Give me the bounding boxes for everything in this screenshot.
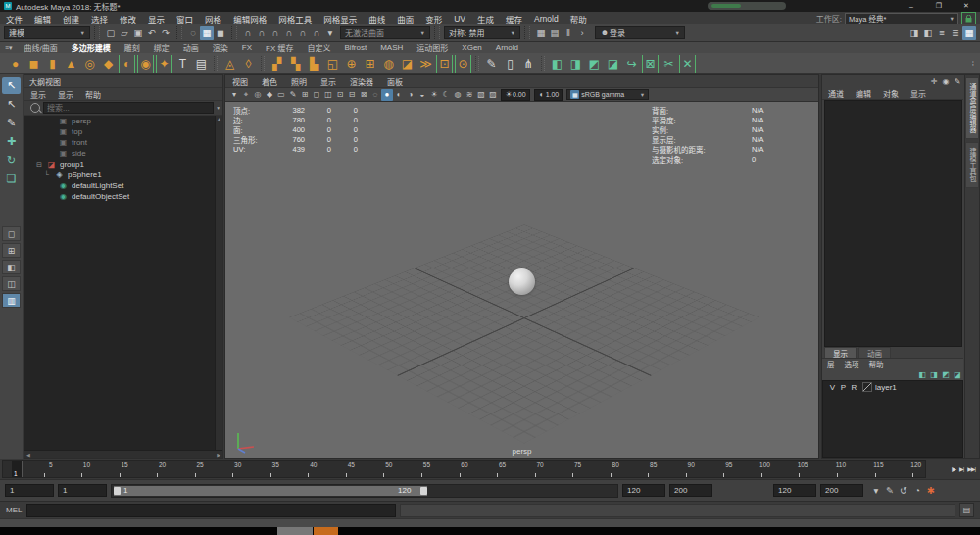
grease-pencil-icon[interactable]: ✎ [287, 89, 299, 101]
shelf-tab[interactable]: 动画 [176, 42, 206, 53]
shelf-tab[interactable]: 曲线/曲面 [18, 42, 65, 53]
current-frame-marker[interactable]: 1 [12, 461, 23, 477]
outliner-search-input[interactable] [43, 102, 214, 114]
select-object-icon[interactable]: ▦ [200, 26, 214, 40]
close-button[interactable]: ✕ [953, 0, 980, 12]
timeline-ruler[interactable]: 5101520253035404550556065707580859095100… [2, 460, 926, 478]
poly-torus-icon[interactable]: ◎ [81, 55, 98, 73]
symmetry-dropdown[interactable]: 对称: 禁用▼ [444, 26, 520, 39]
separate-icon[interactable]: ▚ [287, 55, 304, 73]
paint-select-tool[interactable]: ✎ [2, 115, 21, 131]
timeline-tick[interactable]: 65 [468, 461, 507, 477]
cached-playback-icon[interactable]: ↺ [897, 484, 910, 498]
poly-cone-icon[interactable]: ▲ [63, 55, 79, 73]
menu-item[interactable]: 曲面 [391, 13, 419, 24]
character-set-icon[interactable]: ✎ [883, 484, 897, 498]
viewport-canvas[interactable]: 顶点: 382 0 0 边: 780 0 0 面: 400 0 [225, 102, 818, 458]
wireframe-on-shaded-icon[interactable]: ◒ [416, 89, 428, 101]
outliner-horizontal-scrollbar[interactable]: ◀▶ [24, 450, 222, 458]
alt-playback-end-field[interactable]: 120 [773, 484, 816, 497]
poly-super-ellipse-icon[interactable]: ✦ [156, 55, 172, 73]
shelf-tab[interactable]: MASH [373, 43, 410, 52]
playback-options-icon[interactable]: ◔ [910, 484, 924, 498]
outliner-item[interactable]: ▣ persp [24, 116, 222, 126]
separator[interactable] [214, 56, 218, 71]
viewport-menu-item[interactable]: 显示 [314, 76, 343, 87]
reduce-icon[interactable]: ⊞ [362, 55, 378, 73]
target-weld-icon[interactable]: ⊙ [455, 55, 471, 73]
exposure-field[interactable]: ☀ 0.00 [501, 89, 530, 101]
outliner-item[interactable]: ◉ defaultLightSet [24, 180, 222, 191]
smart-extrude-icon[interactable]: ◩ [586, 55, 603, 73]
wireframe-icon[interactable]: ◌ [369, 89, 381, 101]
save-scene-icon[interactable]: ▣ [131, 26, 145, 40]
timeline-tick[interactable]: 110 [808, 461, 846, 477]
menu-item[interactable]: 选择 [85, 13, 114, 24]
menu-item[interactable]: 生成 [471, 13, 500, 24]
menu-item[interactable]: 网格 [199, 13, 227, 24]
poly-disc-icon[interactable]: ◐ [119, 55, 135, 73]
shadows-icon[interactable]: ☾ [440, 89, 452, 101]
toggle-attribute-editor-icon[interactable]: ◨ [907, 26, 921, 40]
poly-cylinder-icon[interactable]: ▮ [44, 55, 61, 73]
layer-playback-toggle[interactable]: P [838, 383, 849, 392]
tree-expander[interactable]: ⊟ [36, 161, 46, 169]
layer-color-swatch[interactable] [862, 382, 872, 392]
toggle-modeling-toolkit-icon[interactable]: ≣ [949, 26, 962, 40]
timeline-tick[interactable]: 75 [544, 461, 582, 477]
outliner-item[interactable]: ▣ side [24, 148, 222, 159]
render-view-icon[interactable]: ▦ [534, 26, 548, 40]
menu-item[interactable]: 修改 [114, 13, 142, 24]
outliner-item[interactable]: ▣ top [24, 126, 222, 137]
menu-item[interactable]: 缓存 [500, 13, 528, 24]
symmetry-icon[interactable]: ◨ [567, 55, 584, 73]
camera-attributes-icon[interactable]: ◎ [252, 89, 264, 101]
channelbox-menu-item[interactable]: 编辑 [850, 88, 877, 99]
layer-create-selected-icon[interactable]: ◪ [952, 369, 963, 380]
shelf-tab[interactable]: FX [235, 43, 259, 52]
timeline-tick[interactable]: 30 [204, 461, 242, 477]
view-transform-dropdown[interactable]: ▦ sRGB gamma ▼ [566, 89, 649, 100]
outliner-item[interactable]: └ ◈ pSphere1 [24, 170, 222, 180]
minimize-button[interactable]: – [898, 0, 925, 12]
viewport-menu-item[interactable]: 视图 [225, 76, 255, 87]
outliner-item[interactable]: ▣ front [24, 137, 222, 148]
delete-history-icon[interactable]: ✕ [679, 55, 696, 73]
viewport-menu-item[interactable]: 面板 [380, 76, 410, 87]
shelf-tab[interactable]: Bifrost [338, 43, 374, 52]
shelf-tab[interactable]: Arnold [489, 43, 525, 52]
divider[interactable] [524, 26, 530, 39]
image-plane-icon[interactable]: ▭ [275, 89, 287, 101]
menu-item[interactable]: 文件 [0, 13, 28, 24]
select-tool[interactable]: ↖ [2, 77, 21, 94]
bridge-icon[interactable]: ≫ [417, 55, 434, 73]
menu-item[interactable]: Arnold [528, 14, 564, 24]
shelf-tab[interactable]: XGen [455, 43, 488, 52]
menu-item[interactable]: 显示 [142, 13, 171, 24]
interactive-playback-icon[interactable]: › [575, 26, 589, 40]
layer-menu-item[interactable]: 选项 [840, 359, 864, 369]
playback-end-field[interactable]: 120 [622, 484, 665, 497]
cut-icon[interactable]: ✂ [661, 55, 677, 73]
extract-icon[interactable]: ▙ [306, 55, 322, 73]
taskbar-item[interactable] [277, 527, 313, 535]
manipulator-icon[interactable]: ✛ [928, 75, 940, 87]
timeline-tick[interactable]: 80 [581, 461, 619, 477]
outliner-item[interactable]: ◉ defaultObjectSet [24, 191, 222, 202]
timeline-tick[interactable]: 20 [128, 461, 167, 477]
separator[interactable] [541, 56, 545, 71]
layer-menu-item[interactable]: 层 [822, 359, 840, 369]
separator[interactable] [475, 56, 479, 71]
toggle-outliner-icon[interactable]: ▦ [962, 26, 976, 40]
range-end-handle[interactable] [420, 487, 427, 495]
next-key-button[interactable]: ▶| [957, 465, 965, 472]
timeline-tick[interactable]: 40 [279, 461, 318, 477]
channel-list-area[interactable] [824, 100, 962, 347]
smooth-icon[interactable]: ⊕ [343, 55, 360, 73]
transfer-attrs-icon[interactable]: ↪ [623, 55, 640, 73]
render-settings-icon[interactable]: ▤ [548, 26, 562, 40]
layout-four-pane[interactable]: ⊞ [2, 243, 21, 258]
type-tool-icon[interactable]: T [174, 55, 191, 73]
shelf-tab[interactable]: 多边形建模 [65, 42, 118, 53]
timeline-tick[interactable]: 10 [53, 461, 91, 477]
